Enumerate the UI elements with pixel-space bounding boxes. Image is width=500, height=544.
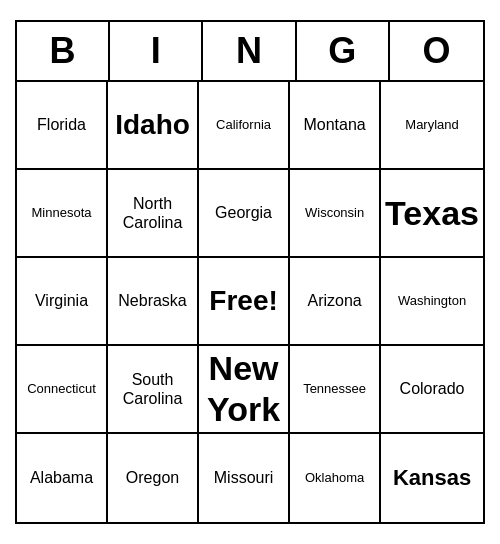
bingo-cell-2-1: Nebraska — [108, 258, 199, 346]
cell-text-1-4: Texas — [385, 193, 479, 234]
bingo-cell-2-0: Virginia — [17, 258, 108, 346]
cell-text-1-0: Minnesota — [32, 205, 92, 221]
bingo-cell-4-1: Oregon — [108, 434, 199, 522]
cell-text-1-2: Georgia — [215, 203, 272, 222]
bingo-cell-4-2: Missouri — [199, 434, 290, 522]
cell-text-1-1: North Carolina — [112, 194, 193, 232]
cell-text-3-2: New York — [203, 348, 284, 430]
cell-text-2-2: Free! — [209, 284, 277, 318]
bingo-cell-0-4: Maryland — [381, 82, 483, 170]
cell-text-3-4: Colorado — [400, 379, 465, 398]
cell-text-2-0: Virginia — [35, 291, 88, 310]
header-letter-O: O — [390, 22, 483, 80]
header-letter-B: B — [17, 22, 110, 80]
cell-text-4-0: Alabama — [30, 468, 93, 487]
bingo-cell-3-4: Colorado — [381, 346, 483, 434]
bingo-cell-0-3: Montana — [290, 82, 381, 170]
bingo-cell-3-1: South Carolina — [108, 346, 199, 434]
cell-text-4-4: Kansas — [393, 465, 471, 491]
cell-text-3-1: South Carolina — [112, 370, 193, 408]
header-letter-N: N — [203, 22, 296, 80]
bingo-cell-2-2: Free! — [199, 258, 290, 346]
cell-text-2-4: Washington — [398, 293, 466, 309]
bingo-cell-3-2: New York — [199, 346, 290, 434]
cell-text-4-3: Oklahoma — [305, 470, 364, 486]
bingo-cell-2-3: Arizona — [290, 258, 381, 346]
cell-text-4-1: Oregon — [126, 468, 179, 487]
cell-text-0-0: Florida — [37, 115, 86, 134]
cell-text-0-3: Montana — [303, 115, 365, 134]
bingo-cell-1-4: Texas — [381, 170, 483, 258]
bingo-cell-3-0: Connecticut — [17, 346, 108, 434]
bingo-cell-4-3: Oklahoma — [290, 434, 381, 522]
header-letter-G: G — [297, 22, 390, 80]
cell-text-4-2: Missouri — [214, 468, 274, 487]
cell-text-0-4: Maryland — [405, 117, 458, 133]
bingo-cell-1-2: Georgia — [199, 170, 290, 258]
bingo-cell-2-4: Washington — [381, 258, 483, 346]
bingo-card: BINGO FloridaIdahoCaliforniaMontanaMaryl… — [15, 20, 485, 524]
cell-text-3-0: Connecticut — [27, 381, 96, 397]
cell-text-0-2: California — [216, 117, 271, 133]
bingo-cell-0-1: Idaho — [108, 82, 199, 170]
bingo-cell-0-0: Florida — [17, 82, 108, 170]
cell-text-2-3: Arizona — [307, 291, 361, 310]
bingo-cell-4-0: Alabama — [17, 434, 108, 522]
bingo-cell-4-4: Kansas — [381, 434, 483, 522]
bingo-grid: FloridaIdahoCaliforniaMontanaMarylandMin… — [17, 82, 483, 522]
cell-text-3-3: Tennessee — [303, 381, 366, 397]
header-letter-I: I — [110, 22, 203, 80]
cell-text-1-3: Wisconsin — [305, 205, 364, 221]
bingo-header: BINGO — [17, 22, 483, 82]
bingo-cell-1-1: North Carolina — [108, 170, 199, 258]
bingo-cell-1-0: Minnesota — [17, 170, 108, 258]
bingo-cell-0-2: California — [199, 82, 290, 170]
bingo-cell-3-3: Tennessee — [290, 346, 381, 434]
bingo-cell-1-3: Wisconsin — [290, 170, 381, 258]
cell-text-2-1: Nebraska — [118, 291, 186, 310]
cell-text-0-1: Idaho — [115, 108, 190, 142]
